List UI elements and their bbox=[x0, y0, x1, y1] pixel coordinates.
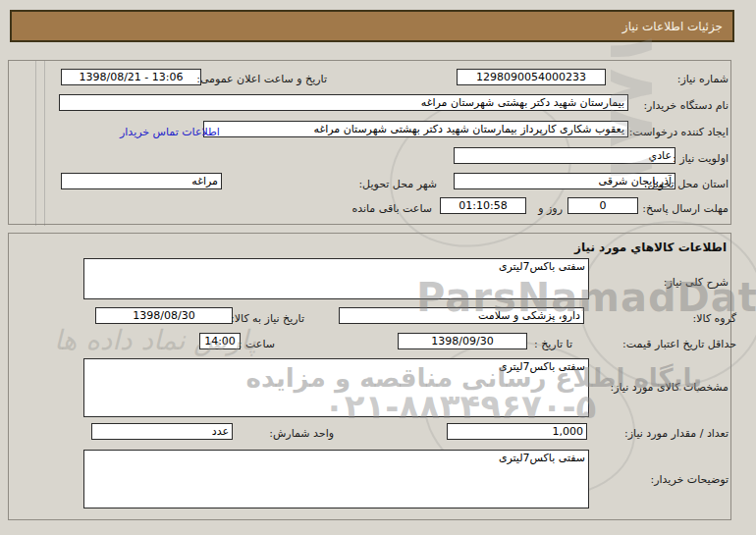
need-date-field[interactable] bbox=[95, 307, 233, 324]
buyer-org-label: نام دستگاه خریدار: bbox=[643, 99, 729, 112]
goods-spec-textarea[interactable]: سفتی باکس7لیتری bbox=[83, 358, 589, 417]
page-title-bar: جزئیات اطلاعات نیاز bbox=[10, 10, 734, 42]
province-field[interactable] bbox=[454, 173, 675, 189]
hour-label: ساعت : bbox=[239, 338, 275, 350]
goods-group-label: گروه کالا: bbox=[693, 312, 736, 325]
deadline-days-field[interactable] bbox=[567, 197, 638, 214]
page-title: جزئیات اطلاعات نیاز bbox=[622, 20, 723, 33]
quantity-label: تعداد / مقدار مورد نیاز: bbox=[624, 427, 729, 440]
general-desc-textarea[interactable]: سفتی باکس7لیتری bbox=[83, 258, 589, 299]
deadline-time-field[interactable] bbox=[440, 197, 526, 214]
buyer-notes-label: توضیحات خریدار: bbox=[651, 473, 729, 486]
need-date-label: تاریخ نیاز به کالا: bbox=[231, 312, 304, 325]
buyer-contact-link[interactable]: اطلاعات تماس خریدار bbox=[120, 126, 220, 138]
until-date-label: تا تاریخ : bbox=[534, 338, 572, 350]
quantity-field[interactable] bbox=[447, 423, 587, 440]
announce-datetime-label: تاریخ و ساعت اعلان عمومی: bbox=[196, 73, 327, 85]
priority-field[interactable] bbox=[454, 147, 675, 164]
city-field[interactable] bbox=[61, 173, 222, 189]
request-creator-label: ایجاد کننده درخواست: bbox=[629, 126, 729, 138]
need-details-page: { "header": { "title": "جزئیات اطلاعات ن… bbox=[0, 0, 756, 535]
hour-field[interactable] bbox=[199, 333, 241, 349]
unit-field[interactable] bbox=[91, 423, 233, 440]
priority-label: اولویت نیاز : bbox=[673, 152, 729, 165]
until-date-field[interactable] bbox=[398, 333, 527, 349]
goods-group-field[interactable] bbox=[339, 307, 584, 324]
price-validity-label: حداقل تاریخ اعتبار قیمت: bbox=[622, 338, 736, 350]
need-number-label: شماره نیاز: bbox=[677, 73, 729, 85]
buyer-org-field[interactable] bbox=[59, 94, 628, 111]
request-creator-field[interactable] bbox=[203, 121, 628, 137]
goods-section-title: اطلاعات کالاهاي مورد نیاز bbox=[574, 241, 727, 254]
deadline-time-suffix: ساعت باقی مانده bbox=[351, 202, 432, 215]
goods-spec-label: مشخصات کالای مورد نیاز: bbox=[610, 381, 729, 394]
unit-label: واحد شمارش: bbox=[269, 427, 334, 440]
need-number-field[interactable] bbox=[457, 69, 606, 85]
announce-datetime-field[interactable] bbox=[61, 69, 201, 85]
buyer-notes-textarea[interactable]: سفتی باکس7لیتری bbox=[83, 450, 589, 508]
province-label: استان محل تحویل: bbox=[644, 178, 729, 190]
deadline-days-suffix: روز و bbox=[538, 202, 563, 215]
deadline-label: مهلت ارسال پاسخ: bbox=[642, 202, 729, 215]
city-label: شهر محل تحویل: bbox=[358, 178, 437, 190]
general-desc-label: شرح کلی نیاز: bbox=[664, 276, 729, 289]
